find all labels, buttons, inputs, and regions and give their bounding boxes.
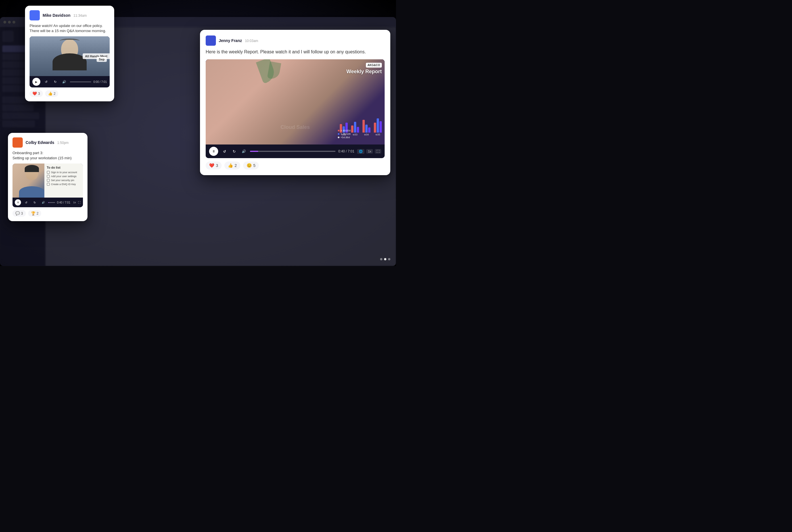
colby-forward-button[interactable]: ↻ — [31, 199, 38, 206]
todo-title: To do list — [47, 166, 81, 169]
jenny-video[interactable]: AKG&CO Weekly Report w32 — [206, 59, 385, 158]
jenny-fullscreen-button[interactable]: ⛶ — [375, 149, 381, 154]
mike-sep-label: Sep — [97, 57, 107, 62]
mike-rewind-button[interactable]: ↺ — [43, 78, 50, 85]
dot-2[interactable] — [384, 258, 386, 260]
colby-trophy-count: 2 — [37, 211, 39, 215]
mike-meta: Mike Davidson 11:34am — [43, 13, 87, 18]
speed-label-jenny: 1x — [368, 150, 371, 153]
colby-reaction-comment[interactable]: 💬 3 — [13, 210, 26, 216]
mike-forward-button[interactable]: ↻ — [52, 78, 58, 85]
mike-heart-count: 3 — [38, 92, 40, 96]
heart-emoji: ❤️ — [32, 91, 37, 96]
colby-volume-button[interactable]: 🔊 — [40, 199, 47, 206]
todo-checkbox-1[interactable] — [47, 171, 50, 174]
colby-avatar — [13, 137, 23, 148]
smile-emoji-jenny: 😊 — [246, 163, 252, 168]
mike-progress-bar[interactable] — [70, 81, 91, 82]
legend-2: + 35.528 — [340, 133, 351, 135]
colby-thumbnail: To do list Sign in to your account Add y… — [13, 164, 83, 197]
jenny-progress-fill — [250, 151, 258, 152]
thumbsup-emoji-jenny: 👍 — [228, 163, 233, 168]
comment-emoji: 💬 — [15, 211, 20, 215]
jenny-pause-button[interactable]: ⏸ — [209, 147, 218, 156]
forward-icon-jenny: ↻ — [233, 149, 236, 154]
jenny-volume-button[interactable]: 🔊 — [240, 148, 247, 155]
dot-3[interactable] — [388, 258, 390, 260]
jenny-reactions: ❤️ 3 👍 2 😊 5 — [206, 162, 385, 170]
todo-text-2: Add your user settings — [51, 175, 77, 178]
mike-reaction-thumbsup[interactable]: 👍 2 — [45, 90, 58, 97]
colby-pause-button[interactable]: ⏸ — [15, 199, 21, 206]
todo-item-4: Create a EMQ ID Key — [47, 183, 81, 186]
volume-icon-jenny: 🔊 — [242, 149, 246, 153]
colby-time-display: 0:40 / 7:01 — [57, 201, 70, 204]
card-colby: Colby Edwards 1:50pm Onboarding part 3: … — [8, 133, 88, 221]
colby-video[interactable]: To do list Sign in to your account Add y… — [13, 164, 83, 207]
legend-3: +54.864 — [340, 136, 350, 139]
mike-time: 11:34am — [73, 14, 87, 18]
todo-item-2: Add your user settings — [47, 175, 81, 178]
mike-play-button[interactable]: ▶ — [32, 78, 40, 86]
jenny-reaction-heart[interactable]: ❤️ 3 — [206, 162, 222, 170]
mike-controls: ▶ ↺ ↻ 🔊 0:00 / 7:01 — [30, 76, 110, 88]
todo-text-1: Sign in to your account — [51, 171, 77, 174]
dot-1[interactable] — [380, 258, 382, 260]
todo-checkbox-4[interactable] — [47, 183, 50, 186]
pagination-dots — [380, 258, 390, 260]
jenny-forward-button[interactable]: ↻ — [231, 148, 238, 155]
todo-list: To do list Sign in to your account Add y… — [44, 164, 83, 197]
colby-progress-bar[interactable] — [48, 202, 55, 203]
mike-thumbnail: All Hands Meet Sep — [30, 36, 110, 76]
pause-icon-colby: ⏸ — [17, 201, 19, 204]
mike-video[interactable]: All Hands Meet Sep ▶ ↺ ↻ 🔊 — [30, 36, 110, 88]
mike-volume-button[interactable]: 🔊 — [61, 78, 68, 85]
jenny-overlay: AKG&CO Weekly Report — [346, 62, 382, 75]
colby-name: Colby Edwards — [25, 140, 54, 145]
forward-icon: ↻ — [54, 80, 57, 84]
todo-text-3: Set your security pin — [51, 179, 74, 182]
todo-text-4: Create a EMQ ID Key — [51, 183, 76, 186]
colby-reaction-trophy[interactable]: 🏆 2 — [28, 210, 41, 216]
jenny-message: Here is the weekly Report. Please watch … — [206, 49, 385, 55]
jenny-header: Jenny Franz 10:03am — [206, 36, 385, 46]
todo-checkbox-2[interactable] — [47, 175, 50, 178]
colby-comment-count: 3 — [21, 211, 23, 215]
colby-rewind-button[interactable]: ↺ — [23, 199, 30, 206]
jenny-reaction-smile[interactable]: 😊 5 — [243, 162, 259, 170]
globe-icon: 🌐 — [359, 150, 363, 153]
volume-icon: 🔊 — [62, 80, 66, 84]
forward-icon-colby: ↻ — [34, 201, 36, 204]
jenny-rewind-button[interactable]: ↺ 5 — [221, 148, 228, 155]
akg-logo: AKG&CO — [366, 63, 382, 68]
mike-reaction-heart[interactable]: ❤️ 3 — [30, 90, 43, 97]
colby-controls: ⏸ ↺ ↻ 🔊 0:40 / 7:01 1x ⛶ — [13, 197, 83, 207]
colby-header: Colby Edwards 1:50pm — [13, 137, 83, 148]
card-jenny: Jenny Franz 10:03am Here is the weekly R… — [200, 30, 390, 175]
jenny-globe-button[interactable]: 🌐 — [357, 149, 365, 154]
jenny-smile-count: 5 — [253, 163, 256, 168]
colby-message: Onboarding part 3: Setting up your works… — [13, 150, 83, 161]
jenny-progress-bar[interactable] — [250, 151, 335, 152]
jenny-speed-button[interactable]: 1x — [366, 149, 373, 154]
jenny-thumbnail: AKG&CO Weekly Report w32 — [206, 59, 385, 145]
todo-checkbox-3[interactable] — [47, 179, 50, 182]
colby-reactions: 💬 3 🏆 2 — [13, 210, 83, 216]
watermark: Cloud Sales — [280, 124, 310, 130]
legend-1: + 49.654 — [340, 129, 351, 132]
todo-item-3: Set your security pin — [47, 179, 81, 182]
jenny-extra-controls: 🌐 1x ⛶ — [357, 149, 381, 154]
colby-fullscreen-button[interactable]: ⛶ — [78, 201, 81, 204]
jenny-chart-legend: + 49.654 + 35.528 +54.864 — [338, 129, 351, 139]
colby-time: 1:50pm — [57, 141, 69, 145]
jenny-reaction-thumbsup[interactable]: 👍 2 — [224, 162, 240, 170]
volume-icon-colby: 🔊 — [42, 201, 45, 204]
colby-progress-fill — [48, 202, 49, 203]
trophy-emoji: 🏆 — [31, 211, 36, 215]
weekly-report-title: Weekly Report — [346, 69, 382, 75]
card-mike: Mike Davidson 11:34am Please watch! An u… — [25, 6, 114, 101]
colby-meta: Colby Edwards 1:50pm — [25, 140, 69, 145]
jenny-time-display: 0:40 / 7:01 — [338, 149, 354, 153]
jenny-controls: ⏸ ↺ 5 ↻ 🔊 0:40 / 7:01 🌐 — [206, 145, 385, 158]
colby-speed-label[interactable]: 1x — [73, 201, 76, 204]
